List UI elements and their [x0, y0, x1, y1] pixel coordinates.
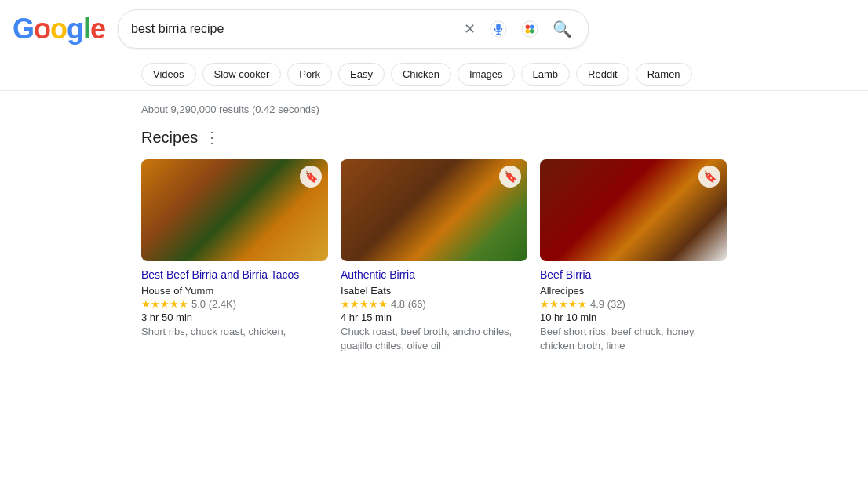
recipe-card-1: 🔖 Best Beef Birria and Birria Tacos Hous…: [141, 159, 328, 353]
more-options-button[interactable]: ⋮: [204, 128, 220, 147]
results-area: About 9,290,000 results (0.42 seconds) R…: [0, 91, 868, 366]
search-input[interactable]: best birria recipe: [131, 22, 454, 36]
rating-count-3: 4.9 (32): [590, 298, 625, 310]
lens-icon: [521, 20, 538, 38]
filter-chip-videos[interactable]: Videos: [141, 63, 196, 86]
filter-chip-easy[interactable]: Easy: [338, 63, 385, 86]
filter-chip-lamb[interactable]: Lamb: [521, 63, 571, 86]
image-search-button[interactable]: [518, 17, 542, 41]
recipe-card-3: 🔖 Beef Birria Allrecipes ★★★★★ 4.9 (32) …: [540, 159, 727, 353]
microphone-icon: [490, 20, 507, 38]
clear-icon: ✕: [464, 20, 476, 38]
filter-chip-slow-cooker[interactable]: Slow cooker: [202, 63, 282, 86]
svg-point-4: [522, 21, 538, 37]
google-logo: Google: [13, 13, 105, 46]
recipe-source-3: Allrecipes: [540, 285, 727, 297]
recipe-source-2: Isabel Eats: [341, 285, 527, 297]
recipe-time-3: 10 hr 10 min: [540, 311, 727, 323]
rating-count-1: 5.0 (2.4K): [191, 298, 236, 310]
recipe-ingredients-1: Short ribs, chuck roast, chicken,: [141, 325, 328, 339]
clear-button[interactable]: ✕: [461, 17, 479, 41]
svg-point-8: [530, 29, 534, 34]
recipes-heading: Recipes ⋮: [141, 128, 727, 147]
results-count: About 9,290,000 results (0.42 seconds): [141, 104, 727, 115]
search-submit-icon: 🔍: [553, 20, 572, 38]
bookmark-icon-2: 🔖: [504, 170, 517, 183]
filter-chip-ramen[interactable]: Ramen: [636, 63, 692, 86]
recipe-link-3[interactable]: Beef Birria: [540, 268, 727, 283]
svg-point-6: [530, 25, 534, 30]
recipe-card-2: 🔖 Authentic Birria Isabel Eats ★★★★★ 4.8…: [341, 159, 527, 353]
search-bar: best birria recipe ✕: [118, 9, 589, 49]
filter-chip-chicken[interactable]: Chicken: [391, 63, 451, 86]
filter-chip-reddit[interactable]: Reddit: [576, 63, 629, 86]
voice-search-button[interactable]: [487, 17, 510, 41]
recipe-rating-2: ★★★★★ 4.8 (66): [341, 298, 527, 310]
bookmark-icon-1: 🔖: [305, 170, 318, 183]
bookmark-icon-3: 🔖: [703, 170, 717, 183]
svg-rect-1: [496, 24, 501, 31]
search-icons: ✕: [461, 16, 575, 42]
recipe-link-2[interactable]: Authentic Birria: [341, 268, 527, 283]
search-submit-button[interactable]: 🔍: [549, 16, 575, 42]
bookmark-button-3[interactable]: 🔖: [698, 166, 720, 188]
recipes-title: Recipes: [141, 129, 198, 147]
filters-bar: Videos Slow cooker Pork Easy Chicken Ima…: [0, 58, 868, 91]
svg-point-5: [526, 25, 531, 30]
stars-3: ★★★★★: [540, 298, 587, 310]
recipe-link-1[interactable]: Best Beef Birria and Birria Tacos: [141, 268, 328, 283]
recipe-ingredients-2: Chuck roast, beef broth, ancho chiles, g…: [341, 325, 527, 353]
recipe-time-1: 3 hr 50 min: [141, 311, 328, 323]
bookmark-button-1[interactable]: 🔖: [300, 166, 322, 188]
filter-chip-images[interactable]: Images: [458, 63, 515, 86]
recipe-image-1: 🔖: [141, 159, 328, 261]
recipe-image-2: 🔖: [341, 159, 527, 261]
recipe-time-2: 4 hr 15 min: [341, 311, 527, 323]
recipe-image-3: 🔖: [540, 159, 727, 261]
recipe-ingredients-3: Beef short ribs, beef chuck, honey, chic…: [540, 325, 727, 353]
stars-1: ★★★★★: [141, 298, 188, 310]
recipe-cards: 🔖 Best Beef Birria and Birria Tacos Hous…: [141, 159, 727, 353]
recipe-rating-3: ★★★★★ 4.9 (32): [540, 298, 727, 310]
filter-chip-pork[interactable]: Pork: [287, 63, 332, 86]
bookmark-button-2[interactable]: 🔖: [499, 166, 521, 188]
recipe-rating-1: ★★★★★ 5.0 (2.4K): [141, 298, 328, 310]
svg-point-7: [526, 29, 531, 34]
header: Google best birria recipe ✕: [0, 0, 868, 58]
rating-count-2: 4.8 (66): [391, 298, 426, 310]
recipe-source-1: House of Yumm: [141, 285, 328, 297]
stars-2: ★★★★★: [341, 298, 388, 310]
